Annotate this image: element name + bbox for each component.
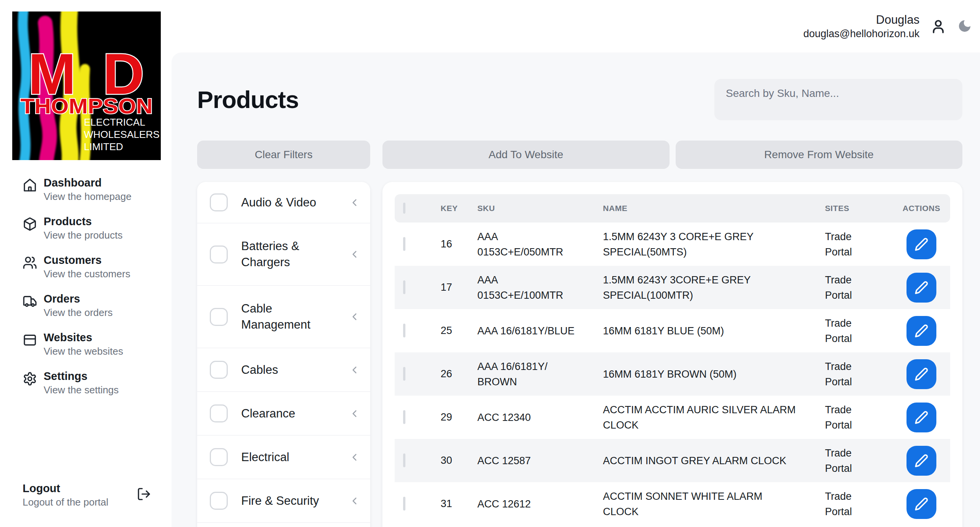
edit-product-button[interactable]	[906, 446, 936, 476]
select-all-checkbox[interactable]	[403, 203, 405, 214]
category-label: Cable Management	[241, 301, 337, 333]
edit-product-button[interactable]	[906, 229, 936, 259]
chevron-left-icon[interactable]	[349, 408, 360, 419]
sidebar-item-label: Dashboard	[44, 176, 131, 189]
row-checkbox[interactable]	[403, 324, 405, 337]
category-row[interactable]: Cable Management	[197, 286, 370, 348]
product-sites: Trade Portal	[825, 229, 867, 260]
category-checkbox[interactable]	[210, 308, 228, 326]
sidebar: M D THOMPSON ELECTRICAL WHOLESALERS LIMI…	[0, 0, 172, 527]
sidebar-item-sublabel: View the settings	[44, 384, 119, 396]
user-icon[interactable]	[930, 18, 946, 34]
category-row[interactable]: Batteries & Chargers	[197, 223, 370, 286]
edit-product-button[interactable]	[906, 489, 936, 519]
product-name: ACCTIM INGOT GREY ALARM CLOCK	[603, 453, 825, 468]
logo-line2: WHOLESALERS	[84, 129, 160, 140]
sidebar-item-label: Websites	[44, 331, 123, 344]
category-label: Audio & Video	[241, 195, 316, 211]
main-panel: Products Clear Filters Add To Website Re…	[172, 52, 980, 527]
category-row[interactable]: Audio & Video	[197, 182, 370, 223]
sidebar-item-sublabel: View the homepage	[44, 191, 131, 202]
product-name: 1.5MM 6243Y 3CORE+E GREY SPECIAL(100MTR)	[603, 272, 825, 303]
category-row[interactable]: Clearance	[197, 392, 370, 435]
row-checkbox[interactable]	[403, 410, 405, 424]
product-key: 29	[441, 411, 477, 423]
chevron-left-icon[interactable]	[349, 495, 360, 507]
sidebar-item-products[interactable]: Products View the products	[23, 215, 160, 254]
table-row: 29 ACC 12340 ACCTIM ACCTIM AURIC SILVER …	[395, 396, 950, 439]
row-checkbox[interactable]	[403, 453, 405, 467]
category-row[interactable]: Fire & Security	[197, 479, 370, 523]
remove-from-website-button[interactable]: Remove From Website	[676, 141, 963, 169]
category-checkbox[interactable]	[210, 404, 228, 422]
category-label: Clearance	[241, 406, 295, 422]
product-sku: ACC 12612	[477, 496, 603, 512]
category-label: Cables	[241, 362, 278, 378]
row-checkbox[interactable]	[403, 237, 405, 251]
product-key: 31	[441, 498, 477, 510]
pencil-icon	[915, 237, 928, 251]
product-sites: Trade Portal	[825, 359, 867, 390]
logo-line3: LIMITED	[84, 141, 123, 152]
product-sites: Trade Portal	[825, 272, 867, 303]
category-label: Batteries & Chargers	[241, 238, 337, 270]
sidebar-nav: Dashboard View the homepage Products Vie…	[23, 176, 160, 408]
logo-surname: THOMPSON	[21, 94, 153, 118]
logout-button[interactable]: Logout Logout of the portal	[23, 482, 151, 508]
column-header-key: KEY	[441, 204, 477, 213]
table-row: 17 AAA 0153C+E/100MTR 1.5MM 6243Y 3CORE+…	[395, 266, 950, 309]
pencil-icon	[915, 324, 928, 338]
product-sites: Trade Portal	[825, 445, 867, 476]
row-checkbox[interactable]	[403, 280, 405, 294]
table-row: 30 ACC 12587 ACCTIM INGOT GREY ALARM CLO…	[395, 439, 950, 482]
row-checkbox[interactable]	[403, 497, 405, 511]
column-header-actions: ACTIONS	[893, 204, 950, 213]
sidebar-item-dashboard[interactable]: Dashboard View the homepage	[23, 176, 160, 215]
users-icon	[23, 255, 37, 270]
row-checkbox[interactable]	[403, 367, 405, 381]
product-sku: AAA 0153C+E/100MTR	[477, 272, 603, 303]
truck-icon	[23, 294, 37, 309]
edit-product-button[interactable]	[906, 403, 936, 432]
table-row: 31 ACC 12612 ACCTIM SONNET WHITE ALARM C…	[395, 482, 950, 525]
sidebar-item-settings[interactable]: Settings View the settings	[23, 370, 160, 408]
search-input[interactable]	[714, 79, 962, 120]
edit-product-button[interactable]	[906, 316, 936, 346]
category-checkbox[interactable]	[210, 361, 228, 379]
sidebar-item-label: Orders	[44, 292, 113, 305]
chevron-left-icon[interactable]	[349, 311, 360, 322]
sidebar-item-sublabel: View the customers	[44, 268, 130, 280]
company-logo: M D THOMPSON ELECTRICAL WHOLESALERS LIMI…	[12, 11, 161, 160]
table-row: 26 AAA 16/6181Y/ BROWN 16MM 6181Y BROWN …	[395, 352, 950, 396]
category-checkbox[interactable]	[210, 492, 228, 510]
home-icon	[23, 178, 37, 193]
category-row[interactable]: Electrical	[197, 435, 370, 479]
edit-product-button[interactable]	[906, 273, 936, 303]
product-name: ACCTIM SONNET WHITE ALARM CLOCK	[603, 489, 825, 519]
product-name: 16MM 6181Y BROWN (50M)	[603, 367, 825, 382]
moon-icon[interactable]	[957, 18, 973, 34]
category-label: Fire & Security	[241, 493, 319, 509]
column-header-name: NAME	[603, 204, 825, 213]
sidebar-item-websites[interactable]: Websites View the websites	[23, 331, 160, 370]
product-name: ACCTIM ACCTIM AURIC SILVER ALARM CLOCK	[603, 402, 825, 433]
clear-filters-button[interactable]: Clear Filters	[197, 141, 370, 169]
chevron-left-icon[interactable]	[349, 197, 360, 208]
sidebar-item-customers[interactable]: Customers View the customers	[23, 254, 160, 292]
product-sku: ACC 12340	[477, 410, 603, 425]
edit-product-button[interactable]	[906, 359, 936, 389]
add-to-website-button[interactable]: Add To Website	[382, 141, 670, 169]
chevron-left-icon[interactable]	[349, 364, 360, 376]
category-checkbox[interactable]	[210, 448, 228, 466]
product-sku: AAA 16/6181Y/BLUE	[477, 323, 603, 339]
browser-window-icon	[23, 333, 37, 347]
category-checkbox[interactable]	[210, 193, 228, 211]
sidebar-item-orders[interactable]: Orders View the orders	[23, 292, 160, 331]
chevron-left-icon[interactable]	[349, 249, 360, 260]
product-key: 17	[441, 282, 477, 293]
product-name: 1.5MM 6243Y 3 CORE+E GREY SPECIAL(50MTS)	[603, 229, 825, 260]
category-checkbox[interactable]	[210, 245, 228, 264]
chevron-left-icon[interactable]	[349, 452, 360, 463]
category-row[interactable]: Cables	[197, 348, 370, 392]
table-row: 16 AAA 0153C+E/050MTR 1.5MM 6243Y 3 CORE…	[395, 223, 950, 266]
